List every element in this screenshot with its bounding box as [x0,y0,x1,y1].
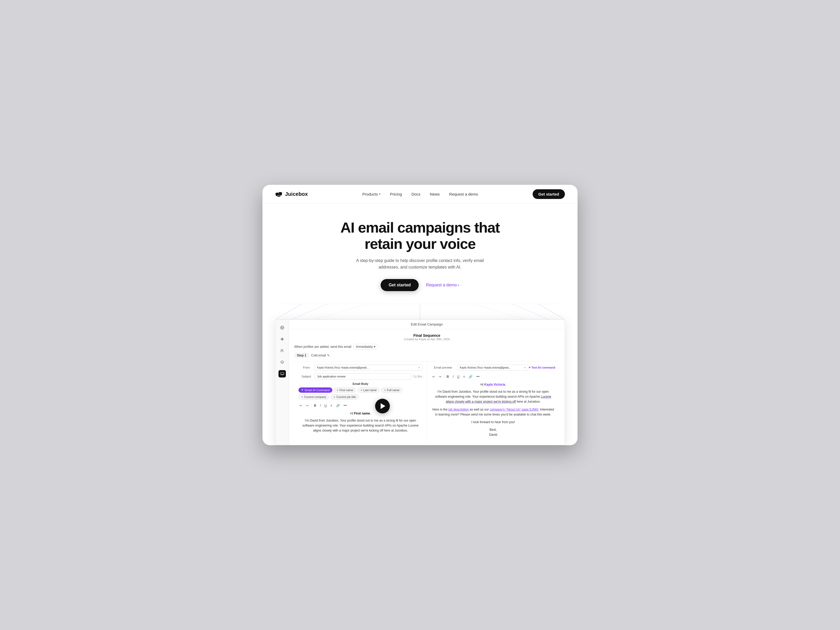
hero-section: AI email campaigns that retain your voic… [262,204,578,445]
step-badge: Step 1 Cold email ✎ [294,353,559,358]
editor-toolbar-left: ↩ ↪ B I U ≡ 🔗 ••• [298,402,423,409]
left-column: From Kayla Victoria (You) <kayla.victori… [294,362,427,441]
email-greeting: Hi First name, [298,411,423,416]
tag-full-name[interactable]: + Full name [381,387,403,393]
main-content: Edit Email Campaign Final Sequence Creat… [289,320,565,445]
redo-button[interactable]: ↪ [305,403,309,408]
preview-toolbar-sep [444,375,444,379]
italic-button[interactable]: I [319,403,322,408]
cold-email-label: Cold email ✎ [311,354,330,357]
get-started-hero-button[interactable]: Get started [381,279,418,291]
nav-pricing[interactable]: Pricing [390,192,402,196]
send-timing-select[interactable]: Immediately ▾ [353,344,378,350]
campaign-title: Final Sequence [294,333,559,338]
hero-title: AI email campaigns that retain your voic… [275,219,565,252]
app-layout: Edit Email Campaign Final Sequence Creat… [275,320,565,445]
tag-current-job-title[interactable]: + Current job title [331,394,359,399]
subject-input[interactable]: Job application review [314,373,411,380]
send-row: When profiles are added, send this email… [294,344,559,350]
right-column: Email preview Kayla Victoria (You) <kayl… [427,362,560,441]
play-icon [381,403,385,409]
preview-header: Email preview Kayla Victoria (You) <kayl… [431,365,556,371]
browser-frame: Juicebox Products ▾ Pricing Docs News Re… [262,185,578,445]
request-demo-button[interactable]: Request a demo › [426,283,459,287]
tag-last-name[interactable]: + Last name [357,387,380,393]
plus-icon: ✦ [301,388,303,392]
cc-bcc-toggle[interactable]: Cc Bcc [414,375,423,378]
undo-button[interactable]: ↩ [298,403,303,408]
preview-from-row: Email preview Kayla Victoria (You) <kayl… [431,365,528,371]
dropdown-arrow: ▾ [418,366,420,369]
preview-link-button[interactable]: 🔗 [467,374,474,379]
plus-icon: + [360,388,362,392]
app-window: Edit Email Campaign Final Sequence Creat… [275,319,565,445]
preview-email-select[interactable]: Kayla Victoria (You) <kayla.victoria@gma… [457,365,528,371]
chevron-down-icon: ▾ [379,193,381,196]
nav-request-demo[interactable]: Request a demo [449,192,478,196]
nav-news[interactable]: News [430,192,440,196]
from-input[interactable]: Kayla Victoria (You) <kayla.victoria@gma… [314,365,423,371]
more-button[interactable]: ••• [343,403,348,408]
tag-first-name[interactable]: + First name [334,387,356,393]
nav-products[interactable]: Products ▾ [362,192,381,196]
svg-rect-17 [281,373,284,375]
test-ai-button[interactable]: ✦ Test AI command [528,366,555,369]
email-preview-label: Email preview [431,366,455,369]
email-body-label: Email Body [298,382,423,385]
tag-row: ✦ Smart AI Command + First name + [298,387,423,399]
svg-rect-2 [277,195,280,197]
plus-icon: + [337,388,338,392]
email-body-text: Hi First name, I'm David from Juicebox. … [298,411,423,433]
link-button[interactable]: 🔗 [335,403,341,408]
sidebar-icon-message[interactable] [278,370,286,377]
navbar: Juicebox Products ▾ Pricing Docs News Re… [262,185,578,204]
logo-icon [275,191,283,198]
from-field-row: From Kayla Victoria (You) <kayla.victori… [298,365,423,371]
preview-bold-button[interactable]: B [446,374,450,379]
subject-label: Subject [298,375,314,378]
logo[interactable]: Juicebox [275,191,308,198]
hero-subtitle: A step-by-step guide to help discover pr… [354,257,486,271]
highlighted-text: Lucene aligns closely with a major proje… [446,395,551,403]
preview-redo-button[interactable]: ↪ [437,374,442,379]
preview-more-button[interactable]: ••• [475,374,481,379]
edit-icon[interactable]: ✎ [327,354,330,357]
preview-undo-button[interactable]: ↩ [431,374,436,379]
nav-docs[interactable]: Docs [411,192,420,196]
hero-actions: Get started Request a demo › [275,279,565,291]
tag-smart-ai[interactable]: ✦ Smart AI Command [298,387,332,393]
svg-line-3 [276,304,302,319]
preview-italic-button[interactable]: I [452,374,455,379]
from-label: From [298,366,314,369]
plus-icon: + [334,395,335,398]
editor-toolbar-right: ↩ ↪ B I U ≡ 🔗 ••• [431,373,556,380]
sidebar-icon-sparkle[interactable] [278,335,286,343]
preview-list-button[interactable]: ≡ [462,374,466,379]
sidebar [275,320,289,445]
job-description-link[interactable]: job description [448,408,469,411]
underline-button[interactable]: U [324,403,328,408]
preview-underline-button[interactable]: U [456,374,461,379]
preview-greeting: Hi Kayla Victoria, [431,382,556,387]
about-us-link[interactable]: company's "About Us" page [LINK] [490,408,538,411]
preview-dropdown-arrow: ▾ [524,366,526,369]
play-button[interactable] [375,399,390,414]
toolbar-separator [311,404,311,407]
geometric-lines [275,304,565,319]
get-started-nav-button[interactable]: Get started [533,189,565,199]
bold-button[interactable]: B [313,403,317,408]
preview-email-text: Hi Kayla Victoria, I'm David from Juiceb… [431,382,556,437]
svg-line-7 [538,304,564,319]
sidebar-icon-globe[interactable] [278,324,286,331]
subject-field-row: Subject Job application review Cc Bcc [298,373,423,380]
sidebar-icon-layers[interactable] [278,358,286,366]
tag-current-company[interactable]: + Current company [298,394,329,399]
svg-point-16 [283,349,284,351]
step-label: Step 1 [294,353,309,358]
list-button[interactable]: ≡ [330,403,333,408]
plus-icon: + [384,388,385,392]
sidebar-icon-users[interactable] [278,347,286,354]
two-col-form: From Kayla Victoria (You) <kayla.victori… [294,361,559,441]
top-bar: Edit Email Campaign [289,320,565,329]
nav-links: Products ▾ Pricing Docs News Request a d… [362,192,478,196]
